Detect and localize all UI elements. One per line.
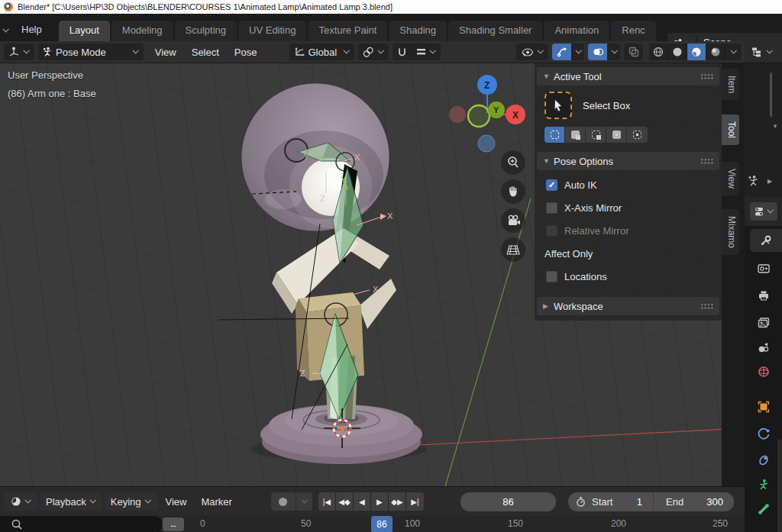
drag-handle-icon[interactable] <box>700 73 713 79</box>
timeline-editor-type-button[interactable] <box>5 492 37 511</box>
tab-layout[interactable]: Layout <box>59 21 110 41</box>
overflow-chevron-icon[interactable] <box>2 26 8 32</box>
x-axis-mirror-checkbox[interactable] <box>546 202 557 214</box>
jump-to-end-button[interactable]: ▶| <box>406 492 424 511</box>
play-button[interactable]: ▶ <box>371 492 389 511</box>
shading-options[interactable] <box>725 44 741 60</box>
menu-help[interactable]: Help <box>12 19 51 41</box>
properties-tab-bone[interactable] <box>750 498 777 521</box>
photo-stack-icon <box>758 318 770 328</box>
outliner-scrollbar[interactable] <box>770 73 772 117</box>
sidebar-tab-view[interactable]: View <box>722 162 739 195</box>
end-frame-field[interactable]: End 300 <box>654 492 734 511</box>
properties-tab-scene[interactable] <box>750 336 777 359</box>
snap-toggle[interactable] <box>393 44 412 60</box>
snap-options[interactable] <box>412 44 441 60</box>
menu-select[interactable]: Select <box>184 47 227 58</box>
sidebar-tab-mixamo[interactable]: Mixamo <box>722 209 739 255</box>
expand-arrow-icon[interactable]: ▶ <box>767 178 772 185</box>
jump-to-start-button[interactable]: |◀ <box>318 492 336 511</box>
gizmo-options[interactable] <box>571 44 584 60</box>
play-reverse-button[interactable]: ◀ <box>354 492 371 511</box>
show-overlays-toggle[interactable] <box>588 44 607 60</box>
sidebar-tab-item[interactable]: Item <box>722 69 739 100</box>
outliner-header[interactable] <box>745 41 782 63</box>
current-frame-field[interactable]: 86 <box>460 492 556 511</box>
locations-checkbox[interactable] <box>546 271 557 282</box>
relative-mirror-checkbox[interactable] <box>546 225 557 237</box>
tab-shading[interactable]: Shading <box>389 21 447 41</box>
workspace-panel-header[interactable]: ▶ Workspace <box>537 297 719 315</box>
menu-pose[interactable]: Pose <box>227 47 265 58</box>
properties-tab-view-layer[interactable] <box>750 311 777 334</box>
gizmo-neg-y[interactable] <box>468 105 490 127</box>
armature-data-icon <box>758 479 770 491</box>
pivot-point-selector[interactable] <box>358 44 389 60</box>
outliner-armature-row[interactable]: ▶ <box>748 175 772 187</box>
next-keyframe-button[interactable]: ◆▶ <box>389 492 406 511</box>
prev-keyframe-button[interactable]: ◀◆ <box>336 492 354 511</box>
auto-keying-record-button[interactable] <box>271 492 296 511</box>
mode-selector[interactable]: Pose Mode <box>38 44 144 60</box>
gizmo-neg-z[interactable] <box>478 135 495 152</box>
perspective-toggle-button[interactable] <box>501 237 525 262</box>
properties-tab-tool[interactable] <box>750 229 782 252</box>
properties-tab-world[interactable] <box>750 360 777 383</box>
timeline-scrollbar[interactable] <box>0 516 162 532</box>
playhead-frame-indicator[interactable]: 86 <box>371 516 393 532</box>
pose-options-panel-header[interactable]: ▼ Pose Options <box>537 152 719 170</box>
tab-texture-paint[interactable]: Texture Paint <box>308 21 387 41</box>
overlays-options[interactable] <box>607 44 620 60</box>
select-intersect-button[interactable] <box>627 127 648 143</box>
start-frame-field[interactable]: Start 1 <box>568 492 654 511</box>
properties-tab-render[interactable] <box>750 257 777 280</box>
properties-tab-object-data[interactable] <box>750 473 777 496</box>
active-tool-panel-header[interactable]: ▼ Active Tool <box>537 67 719 85</box>
menu-view[interactable]: View <box>147 47 184 58</box>
select-subtract-button[interactable] <box>586 127 606 143</box>
shading-wireframe-button[interactable] <box>649 44 668 60</box>
properties-tab-object[interactable] <box>750 395 777 418</box>
shading-rendered-button[interactable] <box>706 44 725 60</box>
transform-orientation-selector[interactable]: Global <box>289 44 355 60</box>
pan-button[interactable] <box>501 179 525 204</box>
tab-uv-editing[interactable]: UV Editing <box>238 21 306 41</box>
scrollbar-zoom-handle[interactable]: ↔ <box>163 517 184 531</box>
menu-timeline-view[interactable]: View <box>160 492 193 511</box>
properties-tab-physics[interactable] <box>750 422 777 445</box>
tab-animation[interactable]: Animation <box>544 21 609 41</box>
auto-keying-options[interactable] <box>296 492 312 511</box>
select-box-tool-button[interactable] <box>544 92 572 119</box>
tab-shading-smaller[interactable]: Shading Smaller <box>448 21 542 41</box>
zoom-button[interactable] <box>501 150 525 175</box>
select-extend-button[interactable] <box>565 127 586 143</box>
3d-viewport[interactable]: Y X Z Y X Z X Z User Perspective (86) Ar… <box>0 63 745 486</box>
auto-ik-checkbox[interactable]: ✓ <box>546 179 557 191</box>
gizmo-neg-x[interactable] <box>449 106 466 123</box>
show-gizmo-toggle[interactable] <box>552 44 571 60</box>
timeline-scrub-area[interactable]: ↔ 0 50 100 150 200 250 86 <box>0 516 745 532</box>
editor-type-button[interactable] <box>4 44 34 60</box>
select-set-button[interactable] <box>544 127 565 143</box>
drag-handle-icon[interactable] <box>700 303 713 309</box>
properties-tab-output[interactable] <box>750 284 777 307</box>
camera-view-button[interactable] <box>501 208 525 233</box>
properties-editor-type-button[interactable] <box>750 202 777 221</box>
shading-material-button[interactable] <box>687 44 706 60</box>
sidebar-tab-tool[interactable]: Tool <box>722 114 739 145</box>
tab-modeling[interactable]: Modeling <box>111 21 173 41</box>
blender-logo-icon <box>4 2 13 11</box>
menu-keying[interactable]: Keying <box>105 492 157 511</box>
select-invert-button[interactable] <box>606 127 627 143</box>
shading-solid-button[interactable] <box>668 44 687 60</box>
drag-handle-icon[interactable] <box>700 158 713 164</box>
menu-playback[interactable]: Playback <box>40 492 102 511</box>
tab-rendering[interactable]: Renc <box>611 21 655 41</box>
expand-triangle-icon[interactable]: ▼ <box>772 123 778 130</box>
navigation-gizmo[interactable]: Y Z X <box>441 66 533 158</box>
properties-tab-constraints[interactable] <box>750 449 777 472</box>
tab-sculpting[interactable]: Sculpting <box>175 21 237 41</box>
menu-marker[interactable]: Marker <box>195 492 238 511</box>
object-visibility-dropdown[interactable] <box>516 44 548 60</box>
xray-toggle[interactable] <box>624 44 643 60</box>
